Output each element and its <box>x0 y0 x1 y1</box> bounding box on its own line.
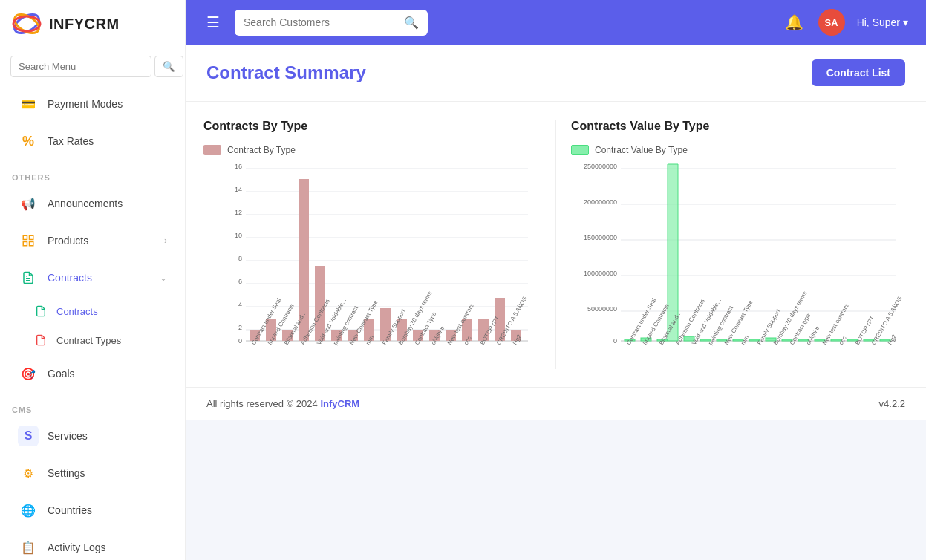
svg-text:250000000: 250000000 <box>584 163 617 170</box>
search-menu-input[interactable] <box>10 56 151 77</box>
contract-types-sub-icon <box>33 332 49 348</box>
svg-text:Void and Voidable...: Void and Voidable... <box>691 297 723 346</box>
sidebar-sub-item-contract-types[interactable]: Contract Types <box>21 326 179 354</box>
content-area: Contract Summary Contract List Contracts… <box>186 45 926 560</box>
avatar: SA <box>818 9 845 36</box>
sidebar-item-payment-modes[interactable]: 💳 Payment Modes <box>6 86 179 122</box>
sidebar-item-products[interactable]: Products › <box>6 223 179 258</box>
sidebar-item-contracts[interactable]: Contracts ⌄ <box>6 260 179 296</box>
search-customers-button[interactable]: 🔍 <box>395 10 428 36</box>
chart1-legend: Contract By Type <box>203 145 541 155</box>
svg-text:10: 10 <box>235 232 242 239</box>
chart2-legend-label: Contract Value By Type <box>595 145 688 155</box>
app-name: INFYCRM <box>49 16 120 33</box>
sidebar-item-activity-logs[interactable]: 📋 Activity Logs <box>6 530 179 560</box>
search-menu-area: 🔍 <box>0 48 185 85</box>
announcements-icon: 📢 <box>18 193 39 214</box>
sidebar: INFYCRM 🔍 💳 Payment Modes % Tax Rates OT… <box>0 0 186 560</box>
svg-text:2: 2 <box>238 324 242 331</box>
svg-text:0: 0 <box>613 337 617 345</box>
greeting-text: Hi, Super <box>857 16 900 28</box>
footer: All rights reserved © 2024 InfyCRM v4.2.… <box>186 387 926 420</box>
contracts-sub-label: Contracts <box>56 306 98 317</box>
svg-text:Hg2: Hg2 <box>887 333 898 346</box>
search-customers-input[interactable] <box>235 10 395 34</box>
svg-rect-3 <box>23 235 27 239</box>
svg-text:12: 12 <box>235 209 242 216</box>
sidebar-item-label: Payment Modes <box>48 98 123 110</box>
chart1-title: Contracts By Type <box>203 120 541 133</box>
chart1-area: 0 2 4 6 8 10 12 14 16 <box>203 161 541 369</box>
svg-text:16: 16 <box>235 163 242 170</box>
main-area: ☰ 🔍 🔔 SA Hi, Super ▾ Contract Summary Co… <box>186 0 926 560</box>
svg-rect-6 <box>23 242 27 246</box>
sidebar-item-label: Settings <box>48 467 85 479</box>
sidebar-item-settings[interactable]: ⚙ Settings <box>6 455 179 491</box>
sidebar-item-services[interactable]: S Services <box>6 418 179 454</box>
svg-text:mm: mm <box>740 334 751 346</box>
svg-text:8: 8 <box>238 255 242 262</box>
svg-text:ccc: ccc <box>838 335 848 346</box>
svg-text:0: 0 <box>238 337 242 345</box>
sidebar-item-tax-rates[interactable]: % Tax Rates <box>6 123 179 159</box>
contract-types-sub-label: Contract Types <box>56 335 121 346</box>
chevron-right-icon: › <box>164 235 167 246</box>
copyright-text: All rights reserved © 2024 <box>206 398 320 409</box>
svg-text:100000000: 100000000 <box>584 270 617 277</box>
hamburger-button[interactable]: ☰ <box>203 10 223 34</box>
payment-modes-icon: 💳 <box>18 94 39 114</box>
logo-area: INFYCRM <box>0 0 185 48</box>
sidebar-item-label: Goals <box>48 368 75 380</box>
sidebar-item-label: Activity Logs <box>48 541 106 553</box>
dropdown-icon: ▾ <box>903 16 908 28</box>
chart1-legend-label: Contract By Type <box>227 145 296 155</box>
sidebar-item-countries[interactable]: 🌐 Countries <box>6 492 179 528</box>
svg-point-2 <box>13 16 40 31</box>
notification-button[interactable]: 🔔 <box>782 10 806 34</box>
sidebar-item-announcements[interactable]: 📢 Announcements <box>6 186 179 221</box>
goals-icon: 🎯 <box>18 363 39 384</box>
chart2-title: Contracts Value By Type <box>571 120 908 133</box>
footer-brand-link[interactable]: InfyCRM <box>320 398 359 409</box>
tax-rates-icon: % <box>18 131 39 152</box>
chart2-area: 0 50000000 100000000 150000000 200000000… <box>571 161 908 369</box>
svg-text:150000000: 150000000 <box>584 234 617 241</box>
topbar: ☰ 🔍 🔔 SA Hi, Super ▾ <box>186 0 926 45</box>
sidebar-item-label: Contracts <box>48 272 92 284</box>
sidebar-item-label: Tax Rates <box>48 135 94 147</box>
sidebar-item-label: Products <box>48 235 88 247</box>
content-header: Contract Summary Contract List <box>186 45 926 102</box>
svg-text:4: 4 <box>238 301 242 308</box>
sidebar-item-label: Announcements <box>48 198 123 209</box>
user-greeting[interactable]: Hi, Super ▾ <box>857 16 908 28</box>
sidebar-item-label: Countries <box>48 504 92 516</box>
page-title: Contract Summary <box>206 62 366 83</box>
products-icon <box>18 230 39 251</box>
chart2-legend: Contract Value By Type <box>571 145 908 155</box>
svg-text:CREDITO A 5 AÑOS: CREDITO A 5 AÑOS <box>870 296 904 346</box>
others-section-label: OTHERS <box>0 166 185 185</box>
cms-section-label: CMS <box>0 398 185 417</box>
footer-version: v4.2.2 <box>879 398 905 409</box>
svg-text:50000000: 50000000 <box>587 305 617 313</box>
chart1-legend-color <box>203 145 221 155</box>
logo-icon <box>12 9 42 39</box>
sidebar-sub-item-contracts[interactable]: Contracts <box>21 297 179 325</box>
sidebar-item-label: Services <box>48 430 88 442</box>
svg-text:6: 6 <box>238 278 242 285</box>
chart2-legend-color <box>571 145 589 155</box>
chart1-svg: 0 2 4 6 8 10 12 14 16 <box>203 161 541 369</box>
svg-rect-5 <box>30 242 33 246</box>
sidebar-item-goals[interactable]: 🎯 Goals <box>6 356 179 391</box>
svg-text:14: 14 <box>235 186 242 193</box>
footer-copyright: All rights reserved © 2024 InfyCRM <box>206 398 359 409</box>
charts-section: Contracts By Type Contract By Type <box>186 102 926 387</box>
chevron-down-icon: ⌄ <box>160 273 167 283</box>
contracts-value-by-type-card: Contracts Value By Type Contract Value B… <box>556 120 908 369</box>
contracts-sub-icon <box>33 303 49 319</box>
contracts-submenu: Contracts Contract Types <box>0 296 185 355</box>
contract-list-button[interactable]: Contract List <box>812 59 905 86</box>
contracts-by-type-card: Contracts By Type Contract By Type <box>203 120 556 369</box>
search-menu-button[interactable]: 🔍 <box>154 56 183 77</box>
chart2-svg: 0 50000000 100000000 150000000 200000000… <box>571 161 908 369</box>
